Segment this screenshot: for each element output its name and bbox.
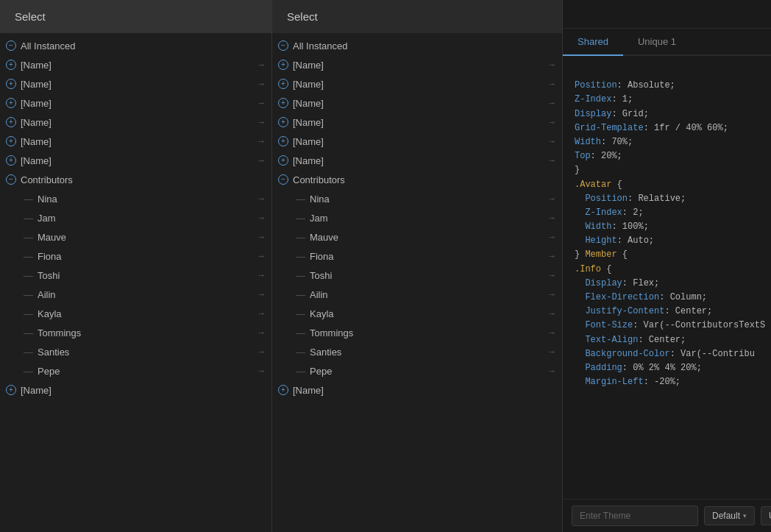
default-dropdown-button[interactable]: Default ▾ — [704, 506, 755, 525]
middle-santies-arrow: → — [547, 347, 556, 357]
left-bottom-name-row[interactable]: + [Name] — [0, 380, 271, 400]
left-bottom-name-label: [Name] — [21, 385, 266, 396]
left-contributor-tommings[interactable]: — Tommings → — [0, 323, 271, 342]
middle-name-item-4[interactable]: + [Name] → — [272, 113, 562, 132]
middle-name-item-1[interactable]: + [Name] → — [272, 55, 562, 74]
left-contributors-row[interactable]: − Contributors — [0, 170, 271, 189]
middle-contributor-toshi[interactable]: — Toshi → — [272, 266, 562, 285]
middle-fiona-arrow: → — [547, 251, 556, 261]
middle-name-icon-3[interactable]: + — [278, 98, 288, 108]
left-name-icon-2[interactable]: + — [6, 79, 16, 89]
left-name-arrow-5: → — [257, 136, 266, 146]
left-bottom-name-icon[interactable]: + — [6, 385, 16, 395]
middle-bottom-name-icon[interactable]: + — [278, 385, 288, 395]
left-name-icon-3[interactable]: + — [6, 98, 16, 108]
left-name-label-6: [Name] — [21, 155, 254, 166]
left-name-label-3: [Name] — [21, 98, 254, 109]
left-all-instanced-collapse-icon[interactable]: − — [6, 40, 16, 51]
middle-contributors-label: Contributors — [293, 174, 556, 185]
left-name-item-1[interactable]: + [Name] → — [0, 55, 271, 74]
code-info-textalign: Text-Align: Center; — [575, 333, 771, 347]
middle-name-item-2[interactable]: + [Name] → — [272, 74, 562, 93]
middle-name-item-6[interactable]: + [Name] → — [272, 151, 562, 170]
default-dropdown-label: Default — [712, 511, 740, 521]
left-contributor-jam[interactable]: — Jam → — [0, 208, 271, 227]
code-info-bgcolor: Background-Color: Var(--Contribu — [575, 347, 771, 361]
left-contributor-fiona[interactable]: — Fiona → — [0, 247, 271, 266]
tab-shared[interactable]: Shared — [563, 29, 623, 56]
left-contributor-pepe[interactable]: — Pepe → — [0, 361, 271, 380]
middle-fiona-dash: — — [296, 251, 305, 262]
middle-name-icon-2[interactable]: + — [278, 79, 288, 89]
theme-input[interactable] — [572, 506, 698, 526]
code-top: Top: 20%; — [575, 149, 771, 163]
middle-name-item-3[interactable]: + [Name] → — [272, 93, 562, 113]
left-name-item-4[interactable]: + [Name] → — [0, 113, 271, 132]
left-jam-label: Jam — [38, 213, 254, 224]
middle-panel: Select − All Instanced + [Name] → + [Nam… — [272, 0, 563, 532]
middle-contributor-tommings[interactable]: — Tommings → — [272, 323, 562, 342]
middle-contributor-mauve[interactable]: — Mauve → — [272, 227, 562, 247]
left-name-item-3[interactable]: + [Name] → — [0, 93, 271, 113]
middle-all-instanced-collapse-icon[interactable]: − — [278, 40, 288, 51]
left-toshi-arrow: → — [257, 270, 266, 280]
middle-name-label-1: [Name] — [293, 60, 544, 71]
middle-name-icon-4[interactable]: + — [278, 117, 288, 127]
left-mauve-label: Mauve — [38, 232, 254, 243]
middle-contributors-collapse-icon[interactable]: − — [278, 174, 288, 185]
middle-contributor-jam[interactable]: — Jam → — [272, 208, 562, 227]
left-name-icon-1[interactable]: + — [6, 60, 16, 70]
middle-toshi-arrow: → — [547, 270, 556, 280]
middle-jam-arrow: → — [547, 213, 556, 223]
left-contributors-collapse-icon[interactable]: − — [6, 174, 16, 185]
middle-name-icon-5[interactable]: + — [278, 136, 288, 146]
left-contributor-toshi[interactable]: — Toshi → — [0, 266, 271, 285]
middle-jam-label: Jam — [310, 213, 544, 224]
left-contributor-ailin[interactable]: — Ailin → — [0, 285, 271, 304]
left-contributor-kayla[interactable]: — Kayla → — [0, 304, 271, 323]
middle-toshi-label: Toshi — [310, 270, 544, 281]
middle-name-arrow-2: → — [547, 79, 556, 89]
left-name-icon-6[interactable]: + — [6, 155, 16, 166]
tab-unique[interactable]: Unique 1 — [623, 29, 691, 54]
left-name-item-2[interactable]: + [Name] → — [0, 74, 271, 93]
left-contributors-label: Contributors — [21, 174, 266, 185]
code-zindex: Z-Index: 1; — [575, 93, 771, 107]
middle-all-instanced-row[interactable]: − All Instanced — [272, 36, 562, 55]
unique-dropdown-button[interactable]: Unique ▾ — [761, 506, 771, 525]
left-all-instanced-row[interactable]: − All Instanced — [0, 36, 271, 55]
left-name-arrow-3: → — [257, 98, 266, 108]
middle-select-button[interactable]: Select — [272, 0, 562, 33]
left-jam-arrow: → — [257, 213, 266, 223]
middle-tree-list: − All Instanced + [Name] → + [Name] → + … — [272, 33, 562, 532]
middle-kayla-label: Kayla — [310, 308, 544, 319]
middle-contributor-fiona[interactable]: — Fiona → — [272, 247, 562, 266]
left-panel: Select − All Instanced + [Name] → + [Nam… — [0, 0, 272, 532]
left-fiona-dash: — — [24, 251, 33, 262]
middle-name-icon-1[interactable]: + — [278, 60, 288, 70]
middle-name-arrow-6: → — [547, 155, 556, 166]
middle-name-item-5[interactable]: + [Name] → — [272, 132, 562, 151]
middle-name-icon-6[interactable]: + — [278, 155, 288, 166]
left-contributor-mauve[interactable]: — Mauve → — [0, 227, 271, 247]
left-contributor-santies[interactable]: — Santies → — [0, 342, 271, 361]
left-jam-dash: — — [24, 213, 33, 224]
middle-contributors-row[interactable]: − Contributors — [272, 170, 562, 189]
left-fiona-label: Fiona — [38, 251, 254, 262]
middle-contributor-kayla[interactable]: — Kayla → — [272, 304, 562, 323]
left-name-arrow-1: → — [257, 60, 266, 70]
middle-contributor-santies[interactable]: — Santies → — [272, 342, 562, 361]
left-contributor-nina[interactable]: — Nina → — [0, 189, 271, 208]
left-name-item-6[interactable]: + [Name] → — [0, 151, 271, 170]
middle-ailin-arrow: → — [547, 289, 556, 299]
middle-contributor-pepe[interactable]: — Pepe → — [272, 361, 562, 380]
left-name-icon-4[interactable]: + — [6, 117, 16, 127]
middle-bottom-name-row[interactable]: + [Name] — [272, 380, 562, 400]
left-name-item-5[interactable]: + [Name] → — [0, 132, 271, 151]
middle-contributor-nina[interactable]: — Nina → — [272, 189, 562, 208]
left-name-icon-5[interactable]: + — [6, 136, 16, 146]
left-tommings-label: Tommings — [38, 327, 254, 338]
left-select-button[interactable]: Select — [0, 0, 271, 33]
middle-contributor-ailin[interactable]: — Ailin → — [272, 285, 562, 304]
left-pepe-arrow: → — [257, 366, 266, 376]
